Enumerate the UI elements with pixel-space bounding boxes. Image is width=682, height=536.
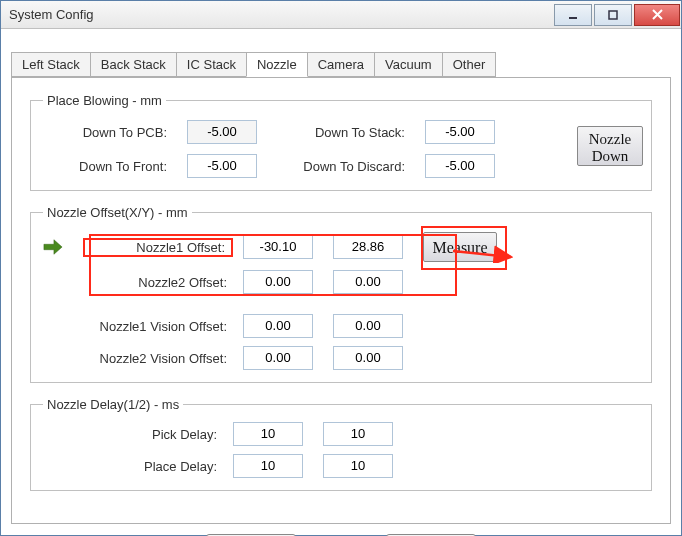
close-icon	[652, 9, 663, 20]
pick-delay-2[interactable]: 10	[323, 422, 393, 446]
maximize-button[interactable]	[594, 4, 632, 26]
tab-nozzle[interactable]: Nozzle	[246, 52, 308, 77]
nozzle2-vision-offset-y[interactable]: 0.00	[333, 346, 403, 370]
down-to-stack-label: Down To Stack:	[281, 125, 411, 140]
nozzle-offset-legend: Nozzle Offset(X/Y) - mm	[43, 205, 192, 220]
down-to-pcb-label: Down To PCB:	[43, 125, 173, 140]
nozzle2-offset-x[interactable]: 0.00	[243, 270, 313, 294]
down-to-stack-value[interactable]: -5.00	[425, 120, 495, 144]
place-delay-2[interactable]: 10	[323, 454, 393, 478]
titlebar: System Config	[1, 1, 681, 29]
measure-button[interactable]: Measure	[423, 232, 497, 262]
place-delay-1[interactable]: 10	[233, 454, 303, 478]
tab-ic-stack[interactable]: IC Stack	[176, 52, 247, 77]
tab-left-stack[interactable]: Left Stack	[11, 52, 91, 77]
nozzle2-offset-y[interactable]: 0.00	[333, 270, 403, 294]
svg-rect-1	[609, 11, 617, 19]
close-button[interactable]	[634, 4, 680, 26]
nozzle2-offset-label: Nozzle2 Offset:	[83, 275, 233, 290]
nozzle1-offset-x[interactable]: -30.10	[243, 235, 313, 259]
pick-delay-1[interactable]: 10	[233, 422, 303, 446]
nozzle2-vision-offset-label: Nozzle2 Vision Offset:	[83, 351, 233, 366]
maximize-icon	[608, 10, 618, 20]
window-content: Left Stack Back Stack IC Stack Nozzle Ca…	[1, 29, 681, 536]
tab-back-stack[interactable]: Back Stack	[90, 52, 177, 77]
down-to-discard-value[interactable]: -5.00	[425, 154, 495, 178]
tab-other[interactable]: Other	[442, 52, 497, 77]
nozzle1-offset-label: Nozzle1 Offset:	[83, 238, 233, 257]
arrow-right-icon	[43, 238, 63, 256]
system-config-window: System Config Left Stack Back Stack IC S…	[0, 0, 682, 536]
nozzle-delay-legend: Nozzle Delay(1/2) - ms	[43, 397, 183, 412]
down-to-discard-label: Down To Discard:	[281, 159, 411, 174]
nozzle1-offset-y[interactable]: 28.86	[333, 235, 403, 259]
minimize-button[interactable]	[554, 4, 592, 26]
tab-vacuum[interactable]: Vacuum	[374, 52, 443, 77]
tab-camera[interactable]: Camera	[307, 52, 375, 77]
place-delay-label: Place Delay:	[43, 459, 223, 474]
svg-rect-0	[569, 17, 577, 19]
nozzle1-vision-offset-y[interactable]: 0.00	[333, 314, 403, 338]
down-to-pcb-value[interactable]: -5.00	[187, 120, 257, 144]
nozzle1-vision-offset-label: Nozzle1 Vision Offset:	[83, 319, 233, 334]
down-to-front-value[interactable]: -5.00	[187, 154, 257, 178]
nozzle-down-button[interactable]: Nozzle Down	[577, 126, 643, 166]
place-blowing-group: Place Blowing - mm Down To PCB: -5.00 Do…	[30, 93, 652, 191]
nozzle-offset-group: Nozzle Offset(X/Y) - mm Nozzle1 Offset: …	[30, 205, 652, 383]
nozzle-delay-group: Nozzle Delay(1/2) - ms Pick Delay: 10 10…	[30, 397, 652, 491]
nozzle2-vision-offset-x[interactable]: 0.00	[243, 346, 313, 370]
window-title: System Config	[9, 7, 94, 22]
pick-delay-label: Pick Delay:	[43, 427, 223, 442]
down-to-front-label: Down To Front:	[43, 159, 173, 174]
minimize-icon	[568, 10, 578, 20]
place-blowing-legend: Place Blowing - mm	[43, 93, 166, 108]
nozzle1-vision-offset-x[interactable]: 0.00	[243, 314, 313, 338]
window-controls	[553, 4, 681, 26]
nozzle-tab-panel: Place Blowing - mm Down To PCB: -5.00 Do…	[11, 77, 671, 524]
tab-strip: Left Stack Back Stack IC Stack Nozzle Ca…	[11, 52, 671, 78]
